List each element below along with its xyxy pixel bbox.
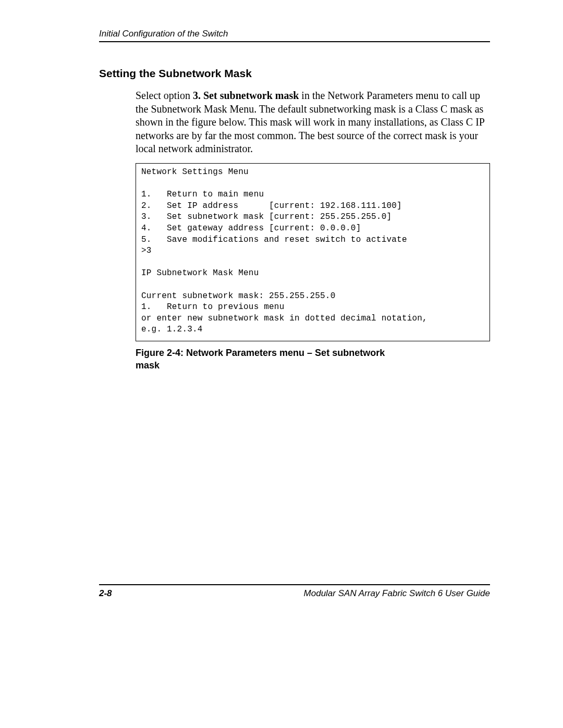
running-header: Initial Configuration of the Switch <box>99 29 490 39</box>
figure-caption: Figure 2-4: Network Parameters menu – Se… <box>136 347 407 372</box>
section-heading: Setting the Subnetwork Mask <box>99 67 490 80</box>
page-number: 2-8 <box>99 588 112 599</box>
doc-title: Modular SAN Array Fabric Switch 6 User G… <box>304 588 490 599</box>
header-rule <box>99 41 490 42</box>
footer-rule <box>99 584 490 585</box>
para-pre: Select option <box>136 90 193 101</box>
terminal-output: Network Settings Menu 1. Return to main … <box>136 163 490 341</box>
body-paragraph: Select option 3. Set subnetwork mask in … <box>136 89 490 156</box>
para-bold: 3. Set subnetwork mask <box>193 90 299 101</box>
page-footer: 2-8 Modular SAN Array Fabric Switch 6 Us… <box>99 584 490 599</box>
